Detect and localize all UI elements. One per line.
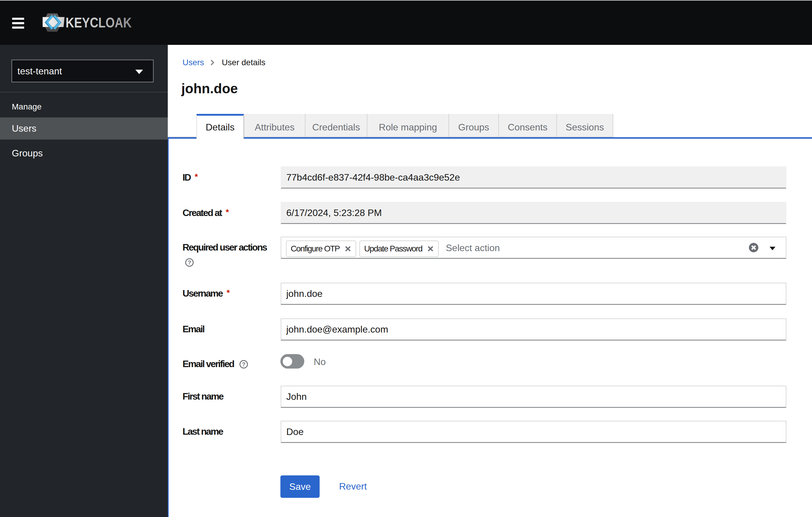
svg-text:?: ? xyxy=(242,361,245,368)
svg-text:KEYCLOAK: KEYCLOAK xyxy=(66,15,132,30)
svg-text:?: ? xyxy=(188,260,191,266)
